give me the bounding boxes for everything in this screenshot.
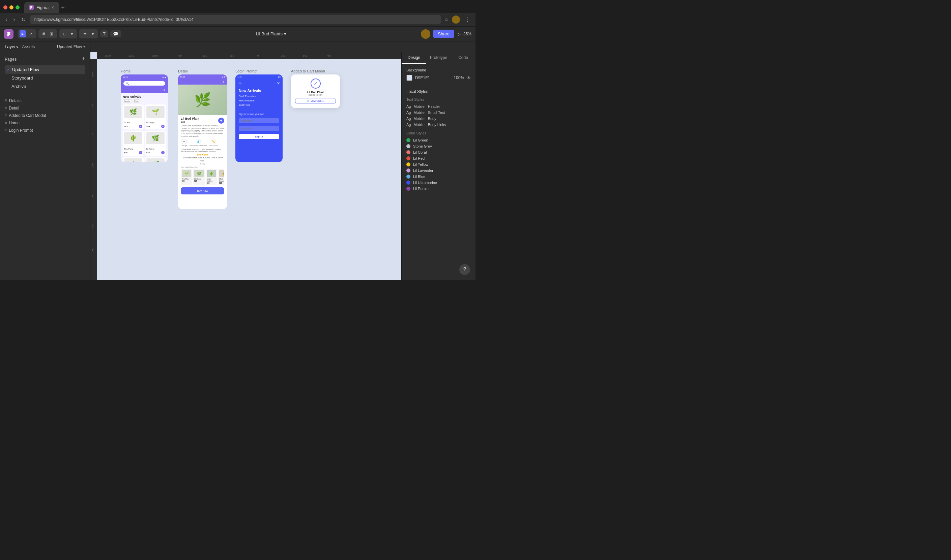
lil-blue-dot <box>406 175 411 178</box>
related-card-2[interactable]: 🌿 Lil Roger $25 <box>193 169 205 185</box>
forward-button[interactable]: › <box>12 15 16 24</box>
pen-tool[interactable]: ✒ <box>81 30 89 37</box>
more-menu-icon[interactable]: ⋮ <box>463 15 471 24</box>
color-style-lil-blue[interactable]: Lil Blue <box>406 174 471 180</box>
color-style-stone-grey[interactable]: Stone Grey <box>406 143 471 149</box>
tab-close-icon[interactable]: ✕ <box>51 5 54 10</box>
shape-dropdown[interactable]: ▾ <box>69 30 75 37</box>
text-style-mobile-header[interactable]: Ag Mobile - Header <box>406 103 471 109</box>
layer-item-home[interactable]: # Home <box>0 119 90 127</box>
home-search-input[interactable]: 🔍 <box>124 81 165 86</box>
tab-prototype[interactable]: Prototype <box>426 52 451 64</box>
browser-tab[interactable]: Figma ✕ <box>24 2 59 13</box>
page-item-storyboard[interactable]: Storyboard <box>5 74 85 82</box>
login-decoration-icon: ✳ <box>238 80 242 86</box>
back-arrow-icon[interactable]: ← <box>181 80 184 83</box>
layer-item-added-to-cart[interactable]: # Added to Cart Modal <box>0 112 90 119</box>
background-hex[interactable]: D9E1F1 <box>415 75 451 80</box>
add-page-button[interactable]: + <box>82 55 85 63</box>
minimize-button[interactable] <box>9 5 14 9</box>
detail-description: Lil Bud Plant is paired with our Eore Pl… <box>181 125 224 137</box>
share-button[interactable]: Share <box>433 30 454 38</box>
add-to-cart-3[interactable]: + <box>139 151 142 154</box>
buy-now-button[interactable]: Buy Now <box>181 187 224 194</box>
bookmark-icon[interactable]: ☆ <box>444 17 449 23</box>
title-dropdown-icon[interactable]: ▾ <box>284 31 286 36</box>
layer-item-login-prompt[interactable]: # Login Prompt <box>0 127 90 134</box>
username-input[interactable] <box>239 118 279 123</box>
page-name-storyboard: Storyboard <box>11 75 33 80</box>
assets-tab[interactable]: Assets <box>22 44 35 49</box>
tab-code[interactable]: Code <box>451 52 475 64</box>
refresh-button[interactable]: ↻ <box>20 15 27 24</box>
file-title: Lil Bud Plants ▾ <box>123 31 419 36</box>
scale-tool[interactable]: ↗ <box>27 30 34 37</box>
address-bar[interactable]: https://www.figma.com/file/x5VB1P3fOt4E5… <box>30 15 441 24</box>
product-card-lil-stud[interactable]: 🌾 Lil Stud $22+ <box>123 157 144 162</box>
visibility-icon[interactable]: 👁 <box>467 75 471 80</box>
related-card-4[interactable]: 🌾 Med Succulent $25 <box>218 169 224 185</box>
color-style-lil-red[interactable]: Lil Red <box>406 155 471 162</box>
help-button[interactable]: ? <box>459 264 470 275</box>
detail-fab[interactable]: + <box>218 118 224 124</box>
background-opacity[interactable]: 100% <box>454 75 464 80</box>
search-icon: 🔍 <box>125 82 129 85</box>
traffic-lights <box>3 5 20 9</box>
login-menu-staff-favorites[interactable]: Staff Favorites <box>239 94 279 98</box>
page-item-archive[interactable]: Archive <box>5 82 85 91</box>
pen-dropdown[interactable]: ▾ <box>90 30 96 37</box>
password-input[interactable] <box>239 126 279 131</box>
stars-rating: ★★★★★ <box>181 153 224 156</box>
text-style-mobile-body[interactable]: Ag Mobile - Body <box>406 115 471 122</box>
product-card-mister-jenkins[interactable]: 🌿 Mister Jenkins $30+ <box>145 157 166 162</box>
figma-menu-button[interactable] <box>4 29 14 39</box>
fullscreen-button[interactable] <box>15 5 20 9</box>
slice-tool[interactable]: ⊞ <box>48 30 55 37</box>
login-menu-just-pots[interactable]: Just Pots <box>239 103 279 107</box>
layers-tab[interactable]: Layers <box>5 44 18 49</box>
product-card-lil-bud[interactable]: 🌿 Lil Bud $25+ <box>123 105 144 129</box>
product-card-lil-reina[interactable]: 🌿 Lil Reina $25+ <box>145 131 166 156</box>
background-swatch[interactable] <box>406 75 412 81</box>
color-style-lil-lavender[interactable]: Lil Lavender <box>406 168 471 174</box>
text-style-mobile-small[interactable]: Ag Mobile - Small Text <box>406 109 471 115</box>
view-cart-button[interactable]: 🛒 View Cart (1) <box>295 98 336 103</box>
product-card-lil-roger[interactable]: 🌱 Lil Roger $35+ <box>145 105 166 129</box>
rectangle-tool[interactable]: □ <box>62 30 68 37</box>
sort-filter[interactable]: Sort by <box>123 99 132 103</box>
close-button[interactable] <box>3 5 8 9</box>
layer-name-detail: Detail <box>9 106 19 111</box>
sign-in-button[interactable]: Sign in <box>239 134 279 139</box>
ruler-mark-1000: -1000 <box>151 54 158 57</box>
canvas-content[interactable]: Home 11:11 ▲ ■ 🔍 <box>97 59 401 280</box>
add-to-cart-2[interactable]: + <box>161 125 165 128</box>
layer-item-details[interactable]: ⠿ Details <box>0 97 90 105</box>
select-tool[interactable]: ▸ <box>20 30 26 37</box>
color-style-lil-green[interactable]: Lil Green <box>406 137 471 143</box>
play-button[interactable]: ▷ <box>457 31 461 37</box>
login-menu-most-popular[interactable]: Most Popular <box>239 98 279 103</box>
canvas-area[interactable]: -1500 -1250 -1000 -750 -500 -250 0 250 5… <box>90 52 401 280</box>
back-button[interactable]: ‹ <box>4 15 8 24</box>
color-style-lil-purple[interactable]: Lil Purple <box>406 186 471 192</box>
related-card-1[interactable]: 🌱 Tiny Plant $25 <box>181 169 192 185</box>
add-to-cart-4[interactable]: + <box>161 151 165 154</box>
color-style-lil-ultramarine[interactable]: Lil Ultramarine <box>406 180 471 186</box>
add-to-cart-1[interactable]: + <box>139 125 142 128</box>
color-style-lil-yellow[interactable]: Lil Yellow <box>406 162 471 168</box>
layer-item-detail[interactable]: # Detail <box>0 105 90 112</box>
color-style-lil-coral[interactable]: Lil Coral <box>406 149 471 155</box>
comment-tool[interactable]: 💬 <box>110 30 121 37</box>
new-tab-button[interactable]: + <box>61 4 65 11</box>
login-close-icon[interactable]: ✕ <box>277 81 280 86</box>
product-card-tiny-plant[interactable]: 🌵 Tiny Plant $16+ <box>123 131 144 156</box>
related-card-3[interactable]: 🌵 Mister Jenkins $25 <box>206 169 217 185</box>
tab-design[interactable]: Design <box>401 52 426 64</box>
zoom-control[interactable]: 35% <box>463 32 471 36</box>
text-style-mobile-body-links[interactable]: Ag Mobile - Body Links <box>406 122 471 128</box>
frame-tool[interactable]: # <box>40 30 47 37</box>
text-tool[interactable]: T <box>100 30 108 37</box>
detail-menu-icon[interactable]: ≡ <box>222 80 224 83</box>
page-item-updated-flow[interactable]: ✓ Updated Flow <box>5 65 85 74</box>
filter-tag[interactable]: Filter <box>133 99 140 103</box>
